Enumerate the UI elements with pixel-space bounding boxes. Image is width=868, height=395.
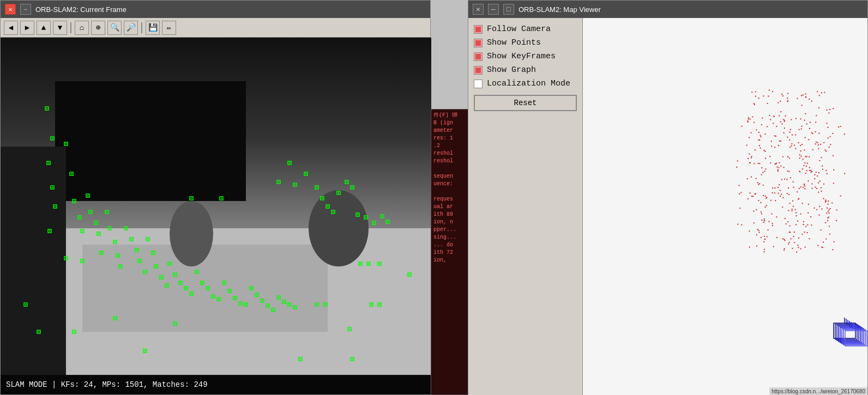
follow-camera-label: Follow Camera	[487, 25, 551, 34]
follow-camera-item: Follow Camera	[474, 25, 577, 34]
terminal-line: ion, n	[433, 218, 469, 226]
terminal-line	[433, 165, 469, 173]
terminal-content: 件(F) 绑 B (ign ameter res: 1 .2 reshol re…	[431, 110, 471, 266]
terminal-line: ... do	[433, 241, 469, 249]
current-frame-window: ✕ — ORB-SLAM2: Current Frame ◀ ▶ ▲ ▼ ⌂ ⊕…	[0, 0, 431, 395]
terminal-line: pper...	[433, 226, 469, 234]
back-button[interactable]: ◀	[4, 21, 18, 35]
show-keyframes-item: Show KeyFrames	[474, 52, 577, 61]
show-graph-label: Show Graph	[487, 65, 536, 75]
zoom-in-button[interactable]: 🔍	[107, 21, 122, 35]
separator2	[141, 22, 142, 33]
current-frame-titlebar: ✕ — ORB-SLAM2: Current Frame	[1, 1, 430, 18]
pen-button[interactable]: ✏	[162, 21, 176, 35]
minimize-button[interactable]: —	[20, 4, 31, 15]
localization-mode-label: Localization Mode	[487, 79, 570, 88]
zoom-out-button[interactable]: 🔎	[124, 21, 138, 35]
toolbar: ◀ ▶ ▲ ▼ ⌂ ⊕ 🔍 🔎 💾 ✏	[1, 18, 430, 38]
terminal-line: B (ign	[433, 119, 469, 127]
localization-mode-item: Localization Mode	[474, 79, 577, 88]
map-viewer-title: ORB-SLAM2: Map Viewer	[519, 5, 863, 14]
status-text: SLAM MODE | KFs: 24, MPs: 1501, Matches:…	[6, 380, 208, 389]
map-viewer-titlebar: ✕ — □ ORB-SLAM2: Map Viewer	[468, 1, 867, 18]
controls-panel: Follow Camera Show Points Show KeyFrames…	[468, 18, 583, 395]
show-points-checkbox[interactable]	[474, 39, 483, 47]
status-bar: SLAM MODE | KFs: 24, MPs: 1501, Matches:…	[1, 375, 431, 394]
current-frame-title: ORB-SLAM2: Current Frame	[35, 5, 426, 14]
show-points-label: Show Points	[487, 38, 541, 47]
url-bar: https://blog.csdn.n.../wreion_26170680	[769, 387, 867, 395]
terminal-line: ual ar	[433, 203, 469, 211]
separator1	[70, 22, 71, 33]
terminal-line: ith 72	[433, 249, 469, 257]
localization-mode-checkbox[interactable]	[474, 80, 483, 88]
terminal-line	[433, 188, 469, 196]
terminal-line: res: 1	[433, 135, 469, 142]
close-button[interactable]: ✕	[5, 4, 16, 15]
reset-button[interactable]: Reset	[474, 95, 577, 111]
show-graph-checkbox[interactable]	[474, 66, 483, 75]
terminal-line: reques	[433, 196, 469, 203]
map-viewer-window: ✕ — □ ORB-SLAM2: Map Viewer Follow Camer…	[468, 0, 868, 395]
search-button[interactable]: ⊕	[91, 21, 105, 35]
up-button[interactable]: ▲	[37, 21, 51, 35]
follow-camera-checkbox[interactable]	[474, 25, 483, 34]
terminal-line: reshol	[433, 157, 469, 165]
map-minimize-button[interactable]: —	[488, 4, 499, 15]
terminal-line: sing...	[433, 234, 469, 241]
home-button[interactable]: ⌂	[75, 21, 89, 35]
terminal-line: ith 89	[433, 211, 469, 218]
show-graph-item: Show Graph	[474, 65, 577, 75]
terminal-line: 件(F) 绑	[433, 112, 469, 119]
map-close-button[interactable]: ✕	[473, 4, 484, 15]
terminal-line: uence:	[433, 180, 469, 188]
terminal-line: ameter	[433, 127, 469, 135]
terminal-line: .2	[433, 142, 469, 150]
show-points-item: Show Points	[474, 38, 577, 47]
down-button[interactable]: ▼	[53, 21, 67, 35]
save-button[interactable]: 💾	[146, 21, 160, 35]
terminal-line: reshol	[433, 150, 469, 157]
terminal-window: 件(F) 绑 B (ign ameter res: 1 .2 reshol re…	[431, 109, 472, 395]
map-maximize-button[interactable]: □	[503, 4, 514, 15]
terminal-line: ion,	[433, 257, 469, 264]
forward-button[interactable]: ▶	[20, 21, 34, 35]
terminal-line: sequen	[433, 173, 469, 180]
map-viewer-content: Follow Camera Show Points Show KeyFrames…	[468, 18, 867, 395]
show-keyframes-checkbox[interactable]	[474, 52, 483, 61]
map-area: https://blog.csdn.n.../wreion_26170680	[583, 18, 867, 395]
show-keyframes-label: Show KeyFrames	[487, 52, 556, 61]
camera-feed	[1, 38, 431, 375]
